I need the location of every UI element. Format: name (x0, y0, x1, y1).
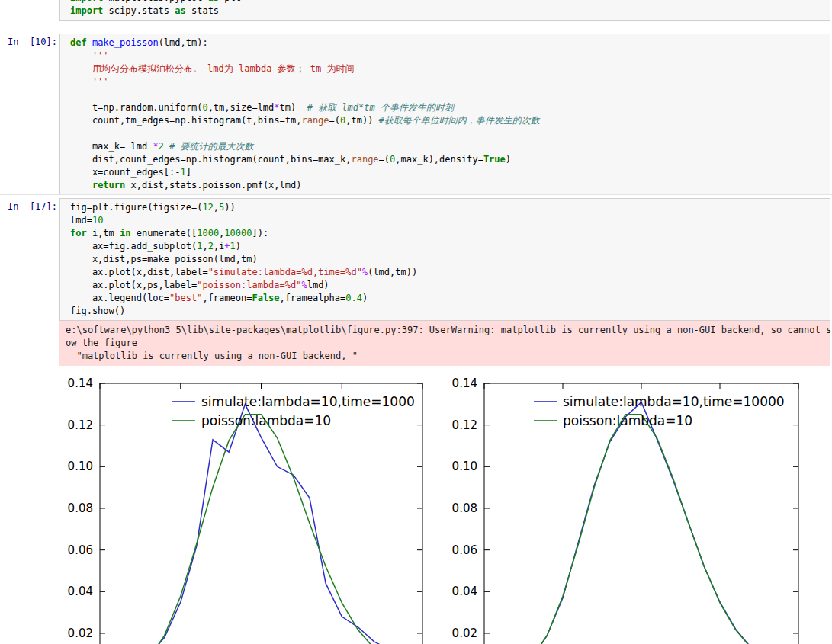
subplot-2: 0.020.040.060.080.100.120.14simulate:lam… (452, 376, 798, 644)
cell-divider (0, 194, 832, 195)
code-line: return x,dist,stats.poisson.pmf(x,lmd) (70, 179, 830, 192)
legend-label: simulate:lambda=10,time=1000 (201, 394, 415, 409)
series-line (484, 415, 798, 644)
code-line: x,dist,ps=make_poisson(lmd,tm) (70, 253, 830, 266)
code-line: ax.plot(x,dist,label="simulate:lambda=%d… (70, 266, 830, 279)
y-tick-label: 0.06 (452, 543, 477, 557)
stderr-line: e:\software\python3_5\lib\site-packages\… (66, 324, 830, 337)
series-line (100, 404, 422, 644)
code-line: ax=fig.add_subplot(1,2,i+1) (70, 240, 830, 253)
code-line: fig=plt.figure(figsize=(12,5)) (70, 201, 830, 214)
stderr-line: ow the figure (66, 337, 830, 350)
code-line: t=np.random.uniform(0,tm,size=lmd*tm) # … (70, 101, 830, 114)
y-tick-label: 0.14 (68, 376, 93, 390)
code-cell-plot[interactable]: fig=plt.figure(figsize=(12,5))lmd=10for … (59, 198, 830, 321)
code-line: dist,count_edges=np.histogram(count,bins… (70, 153, 830, 166)
y-tick-label: 0.02 (68, 626, 93, 640)
code-line (70, 88, 830, 101)
figure-output: 0.020.040.060.080.100.120.14simulate:lam… (0, 372, 832, 644)
legend-label: simulate:lambda=10,time=10000 (563, 394, 785, 409)
y-tick-label: 0.10 (68, 460, 93, 473)
series-line (100, 415, 422, 644)
y-tick-label: 0.08 (68, 501, 93, 515)
code-line: ax.legend(loc="best",frameon=False,frame… (70, 292, 830, 305)
input-prompt-17: In [17]: (8, 201, 58, 212)
code-line (70, 127, 830, 140)
y-tick-label: 0.14 (452, 376, 477, 390)
code-line: x=count_edges[:-1] (70, 166, 830, 179)
code-line: count,tm_edges=np.histogram(t,bins=tm,ra… (70, 114, 830, 127)
matplotlib-figure: 0.020.040.060.080.100.120.14simulate:lam… (0, 372, 832, 644)
code-line: ''' (70, 75, 830, 88)
y-tick-label: 0.02 (452, 626, 477, 640)
jupyter-notebook-page: { "notebook": { "cells": [ { "prompt": "… (0, 0, 832, 644)
code-line: ''' (70, 50, 830, 62)
legend-label: poisson:lambda=10 (201, 413, 331, 428)
code-cell-make-poisson[interactable]: def make_poisson(lmd,tm): ''' 用均匀分布模拟泊松分… (59, 34, 830, 195)
y-tick-label: 0.08 (452, 501, 477, 515)
code-cell-imports[interactable]: import matplotlib.pyplot as pltimport sc… (59, 0, 830, 21)
code-line: ax.plot(x,ps,label="poisson:lambda=%d"%l… (70, 279, 830, 292)
input-prompt-10: In [10]: (8, 37, 58, 47)
y-tick-label: 0.12 (452, 418, 477, 432)
code-line: fig.show() (70, 305, 830, 318)
series-line (484, 402, 798, 644)
code-line: max_k= lmd *2 # 要统计的最大次数 (70, 140, 830, 153)
subplot-1: 0.020.040.060.080.100.120.14simulate:lam… (68, 376, 422, 644)
y-tick-label: 0.04 (452, 585, 477, 598)
code-line: lmd=10 (70, 214, 830, 227)
code-line: import scipy.stats as stats (70, 5, 830, 18)
stderr-line: "matplotlib is currently using a non-GUI… (66, 350, 830, 363)
code-line: def make_poisson(lmd,tm): (70, 37, 830, 50)
y-tick-label: 0.06 (68, 543, 93, 557)
stderr-text: e:\software\python3_5\lib\site-packages\… (66, 324, 830, 363)
y-tick-label: 0.10 (452, 460, 477, 473)
legend-label: poisson:lambda=10 (563, 413, 692, 428)
stderr-output: e:\software\python3_5\lib\site-packages\… (59, 321, 830, 366)
code-line: 用均匀分布模拟泊松分布。 lmd为 lambda 参数； tm 为时间 (70, 62, 830, 75)
code-line: for i,tm in enumerate([1000,10000]): (70, 227, 830, 240)
y-tick-label: 0.04 (68, 585, 93, 598)
y-tick-label: 0.12 (68, 418, 93, 432)
